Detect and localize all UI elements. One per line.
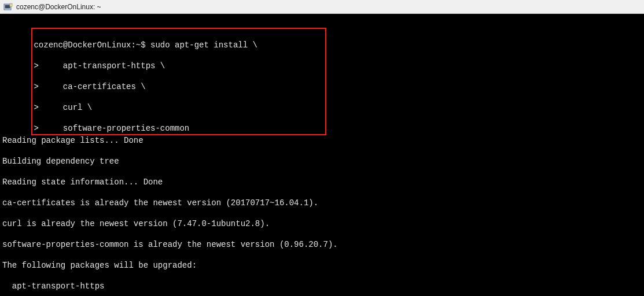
svg-rect-1 (5, 5, 10, 8)
output-line: Building dependency tree (2, 156, 642, 166)
cmd-line: cozenc@DockerOnLinux:~$ sudo apt-get ins… (34, 40, 324, 50)
output-line: software-properties-common is already th… (2, 239, 642, 250)
cmd-line: > ca-certificates \ (34, 82, 324, 92)
output-line: apt-transport-https (2, 281, 642, 291)
putty-icon (3, 2, 13, 12)
output-line: ca-certificates is already the newest ve… (2, 198, 642, 208)
window-title: cozenc@DockerOnLinux: ~ (16, 3, 101, 11)
cmd-line: > software-properties-common (34, 123, 324, 134)
titlebar[interactable]: cozenc@DockerOnLinux: ~ (0, 0, 644, 14)
output-line: The following packages will be upgraded: (2, 260, 642, 271)
putty-window: cozenc@DockerOnLinux: ~ cozenc@DockerOnL… (0, 0, 644, 296)
terminal-area[interactable]: cozenc@DockerOnLinux:~$ sudo apt-get ins… (0, 14, 644, 296)
terminal-content: cozenc@DockerOnLinux:~$ sudo apt-get ins… (2, 17, 642, 296)
output-line: curl is already the newest version (7.47… (2, 219, 642, 229)
output-line: Reading state information... Done (2, 177, 642, 187)
command-highlight: cozenc@DockerOnLinux:~$ sudo apt-get ins… (31, 28, 326, 135)
output-line: Reading package lists... Done (2, 135, 642, 146)
cmd-line: > curl \ (34, 102, 324, 113)
cmd-line: > apt-transport-https \ (34, 61, 324, 71)
